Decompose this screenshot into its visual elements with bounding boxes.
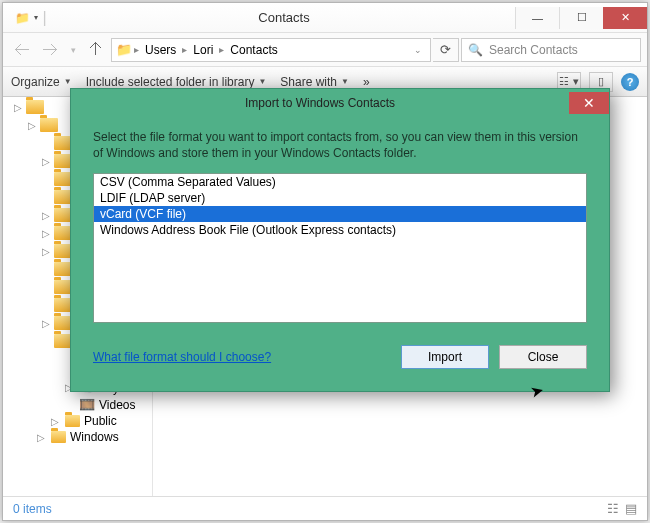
breadcrumb-item[interactable]: Contacts: [226, 43, 281, 57]
format-option-ldif[interactable]: LDIF (LDAP server): [94, 190, 586, 206]
import-contacts-dialog: Import to Windows Contacts ✕ Select the …: [70, 88, 610, 392]
tree-item-windows[interactable]: ▷Windows: [3, 429, 152, 445]
organize-menu[interactable]: Organize ▼: [11, 75, 72, 89]
window-close-button[interactable]: ✕: [603, 7, 647, 29]
search-icon: 🔍: [468, 43, 483, 57]
import-button[interactable]: Import: [401, 345, 489, 369]
window-title: Contacts: [53, 10, 515, 25]
up-button[interactable]: 🡡: [83, 37, 109, 63]
breadcrumb-item[interactable]: Users: [141, 43, 180, 57]
address-bar: 🡠 🡢 ▾ 🡡 📁 ▸ Users ▸ Lori ▸ Contacts ⌄ ⟳ …: [3, 33, 647, 67]
dialog-description: Select the file format you want to impor…: [93, 129, 587, 161]
maximize-button[interactable]: ☐: [559, 7, 603, 29]
dialog-title: Import to Windows Contacts: [71, 96, 569, 110]
breadcrumb-item[interactable]: Lori: [189, 43, 217, 57]
search-placeholder: Search Contacts: [489, 43, 578, 57]
item-count: 0 items: [13, 502, 52, 516]
window-menu-chevron-icon[interactable]: ▾: [34, 13, 38, 22]
format-option-wab[interactable]: Windows Address Book File (Outlook Expre…: [94, 222, 586, 238]
back-button[interactable]: 🡠: [9, 37, 35, 63]
details-view-icon[interactable]: ☷: [607, 501, 619, 516]
breadcrumb-bar[interactable]: 📁 ▸ Users ▸ Lori ▸ Contacts ⌄: [111, 38, 431, 62]
share-with-menu[interactable]: Share with ▼: [280, 75, 349, 89]
history-dropdown-icon[interactable]: ▾: [65, 37, 81, 63]
format-option-vcard[interactable]: vCard (VCF file): [94, 206, 586, 222]
window-icon: 📁: [15, 11, 30, 25]
help-button[interactable]: ?: [621, 73, 639, 91]
folder-icon: [40, 118, 58, 132]
status-bar: 0 items ☷ ▤: [3, 496, 647, 520]
search-input[interactable]: 🔍 Search Contacts: [461, 38, 641, 62]
format-listbox[interactable]: CSV (Comma Separated Values) LDIF (LDAP …: [93, 173, 587, 323]
folder-icon: [26, 100, 44, 114]
toolbar-overflow[interactable]: »: [363, 75, 370, 89]
refresh-button[interactable]: ⟳: [433, 38, 459, 62]
breadcrumb-root-icon[interactable]: 📁: [116, 42, 132, 57]
include-in-library-menu[interactable]: Include selected folder in library ▼: [86, 75, 267, 89]
help-link[interactable]: What file format should I choose?: [93, 350, 271, 364]
window-titlebar: 📁 ▾ | Contacts — ☐ ✕: [3, 3, 647, 33]
format-option-csv[interactable]: CSV (Comma Separated Values): [94, 174, 586, 190]
close-button[interactable]: Close: [499, 345, 587, 369]
icons-view-icon[interactable]: ▤: [625, 501, 637, 516]
tree-item-videos[interactable]: 🎞️Videos: [3, 396, 152, 413]
dialog-titlebar[interactable]: Import to Windows Contacts ✕: [71, 89, 609, 117]
dialog-close-button[interactable]: ✕: [569, 92, 609, 114]
forward-button[interactable]: 🡢: [37, 37, 63, 63]
minimize-button[interactable]: —: [515, 7, 559, 29]
tree-item-public[interactable]: ▷Public: [3, 413, 152, 429]
